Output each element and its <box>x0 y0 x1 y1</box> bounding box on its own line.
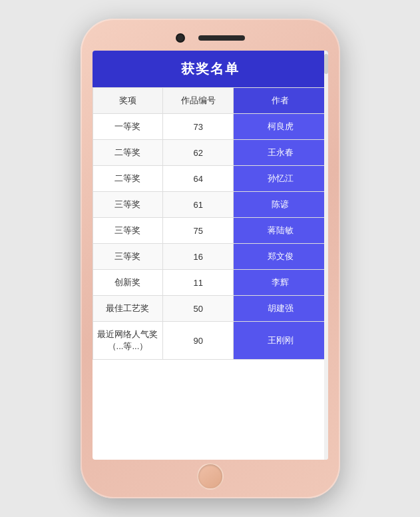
cell-work-id: 73 <box>163 114 234 140</box>
cell-author: 王刚刚 <box>234 322 327 360</box>
cell-prize: 创新奖 <box>93 270 163 296</box>
cell-work-id: 90 <box>163 322 234 360</box>
cell-prize: 最佳工艺奖 <box>93 296 163 322</box>
table-row: 三等奖75蒋陆敏 <box>93 218 327 244</box>
table-row: 一等奖73柯良虎 <box>93 114 327 140</box>
cell-author: 孙忆江 <box>234 166 327 192</box>
table-header-row: 奖项 作品编号 作者 <box>93 88 327 114</box>
cell-work-id: 16 <box>163 244 234 270</box>
scrollbar-track[interactable] <box>324 51 328 460</box>
phone-top-bar <box>93 31 328 45</box>
cell-prize: 三等奖 <box>93 192 163 218</box>
cell-prize: 三等奖 <box>93 218 163 244</box>
awards-table: 奖项 作品编号 作者 一等奖73柯良虎二等奖62王永春二等奖64孙忆江三等奖61… <box>93 87 328 360</box>
table-row: 最佳工艺奖50胡建强 <box>93 296 327 322</box>
scrollbar-thumb[interactable] <box>324 54 328 74</box>
cell-author: 陈谚 <box>234 192 327 218</box>
table-row: 三等奖61陈谚 <box>93 192 327 218</box>
header-author: 作者 <box>234 88 327 114</box>
table-row: 三等奖16郑文俊 <box>93 244 327 270</box>
camera <box>176 33 185 43</box>
cell-prize: 一等奖 <box>93 114 163 140</box>
cell-author: 蒋陆敏 <box>234 218 327 244</box>
phone-frame: 获奖名单 奖项 作品编号 作者 一等奖73柯良虎二等奖62王永春二等奖64孙忆江… <box>81 19 340 498</box>
cell-work-id: 75 <box>163 218 234 244</box>
table-row: 二等奖64孙忆江 <box>93 166 327 192</box>
cell-prize: 二等奖 <box>93 166 163 192</box>
cell-work-id: 61 <box>163 192 234 218</box>
home-button[interactable] <box>197 463 224 490</box>
cell-author: 王永春 <box>234 140 327 166</box>
cell-author: 郑文俊 <box>234 244 327 270</box>
table-row: 创新奖11李辉 <box>93 270 327 296</box>
cell-author: 柯良虎 <box>234 114 327 140</box>
phone-screen: 获奖名单 奖项 作品编号 作者 一等奖73柯良虎二等奖62王永春二等奖64孙忆江… <box>93 51 328 460</box>
screen-content[interactable]: 获奖名单 奖项 作品编号 作者 一等奖73柯良虎二等奖62王永春二等奖64孙忆江… <box>93 51 328 460</box>
phone-bottom <box>197 466 224 486</box>
cell-author: 李辉 <box>234 270 327 296</box>
cell-author: 胡建强 <box>234 296 327 322</box>
cell-work-id: 64 <box>163 166 234 192</box>
cell-prize: 三等奖 <box>93 244 163 270</box>
speaker <box>198 35 245 41</box>
cell-work-id: 50 <box>163 296 234 322</box>
cell-prize: 二等奖 <box>93 140 163 166</box>
table-row: 最近网络人气奖（...等...）90王刚刚 <box>93 322 327 360</box>
header-work-id: 作品编号 <box>163 88 234 114</box>
header-prize: 奖项 <box>93 88 163 114</box>
cell-work-id: 62 <box>163 140 234 166</box>
cell-work-id: 11 <box>163 270 234 296</box>
table-row: 二等奖62王永春 <box>93 140 327 166</box>
cell-prize: 最近网络人气奖（...等...） <box>93 322 163 360</box>
table-title: 获奖名单 <box>93 51 328 87</box>
